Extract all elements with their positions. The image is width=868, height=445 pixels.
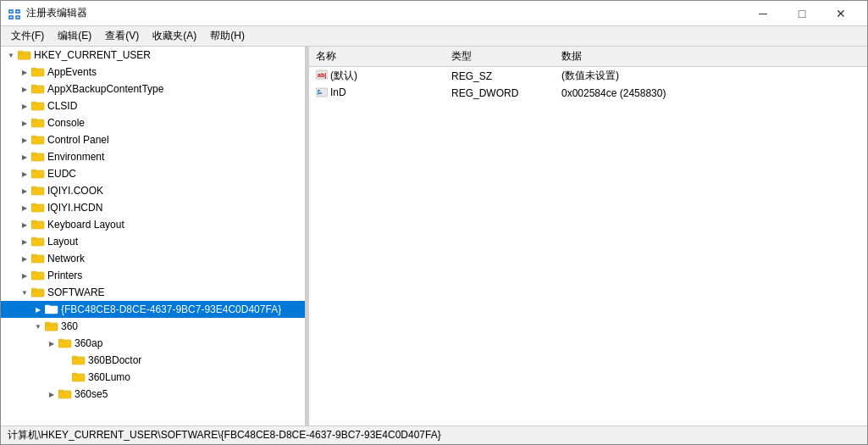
svg-rect-4	[10, 11, 12, 12]
svg-rect-43	[45, 322, 50, 325]
svg-rect-46	[58, 339, 64, 342]
folder-icon-360ap	[58, 337, 72, 349]
col-header-name[interactable]: 名称	[309, 47, 445, 67]
tree-item-environment[interactable]: ▶ Environment	[1, 148, 305, 165]
tree-item-fbc48ce8[interactable]: ▶ {FBC48CE8-D8CE-4637-9BC7-93E4C0D407FA}	[1, 301, 305, 318]
tree-label-console: Console	[47, 117, 85, 129]
expand-icon-clsid[interactable]: ▶	[18, 99, 31, 113]
tree-label-environment: Environment	[47, 151, 104, 163]
folder-icon-360lumo	[72, 371, 86, 383]
svg-rect-7	[17, 17, 19, 18]
folder-icon-controlpanel	[31, 134, 45, 146]
detail-row-1[interactable]: InDREG_DWORD0x002584ce (2458830)	[309, 85, 867, 102]
expand-icon-printers[interactable]: ▶	[18, 269, 31, 282]
tree-item-eudc[interactable]: ▶ EUDC	[1, 165, 305, 182]
value-type-icon-0: ab|	[316, 70, 328, 82]
tree-label-appxbackup: AppXBackupContentType	[47, 83, 163, 95]
detail-name-text-1: InD	[330, 86, 346, 98]
tree-item-360lumo[interactable]: 360Lumo	[1, 369, 305, 386]
tree-item-360se5[interactable]: ▶ 360se5	[1, 386, 305, 403]
svg-rect-34	[31, 254, 36, 257]
tree-label-appevents: AppEvents	[47, 66, 97, 78]
expand-icon-360ap[interactable]: ▶	[45, 337, 58, 350]
folder-icon-eudc	[31, 168, 45, 180]
status-text: 计算机\HKEY_CURRENT_USER\SOFTWARE\{FBC48CE8…	[8, 428, 441, 442]
expand-icon-iqiyihcdn[interactable]: ▶	[18, 201, 31, 214]
expand-icon-keyboardlayout[interactable]: ▶	[18, 218, 31, 231]
folder-icon-360se5	[58, 388, 72, 400]
minimize-button[interactable]: ─	[744, 1, 782, 26]
expand-icon-layout[interactable]: ▶	[18, 235, 31, 248]
main-area: ▼ HKEY_CURRENT_USER▶ AppEvents▶ AppXBack…	[1, 47, 867, 426]
tree-item-layout[interactable]: ▶ Layout	[1, 233, 305, 250]
folder-icon-keyboardlayout	[31, 219, 45, 231]
tree-item-iqiyicook[interactable]: ▶ IQIYI.COOK	[1, 182, 305, 199]
tree-label-360: 360	[61, 320, 78, 332]
col-header-data[interactable]: 数据	[555, 47, 867, 67]
expand-icon-software[interactable]: ▼	[18, 286, 31, 299]
expand-icon-hkcu[interactable]: ▼	[4, 48, 18, 62]
svg-rect-16	[31, 102, 36, 104]
detail-name-0: ab| (默认)	[309, 67, 445, 86]
expand-icon-controlpanel[interactable]: ▶	[18, 133, 31, 147]
menu-item-f[interactable]: 文件(F)	[4, 27, 51, 45]
title-bar-buttons: ─ □ ✕	[744, 1, 860, 26]
app-icon	[8, 7, 21, 20]
folder-icon-console	[31, 117, 45, 129]
tree-item-console[interactable]: ▶ Console	[1, 114, 305, 131]
svg-marker-44	[45, 325, 58, 331]
col-header-type[interactable]: 类型	[445, 47, 555, 67]
tree-item-iqiyihcdn[interactable]: ▶ IQIYI.HCDN	[1, 199, 305, 216]
tree-item-clsid[interactable]: ▶ CLSID	[1, 97, 305, 114]
expand-icon-360se5[interactable]: ▶	[45, 387, 58, 401]
detail-row-0[interactable]: ab| (默认)REG_SZ(数值未设置)	[309, 67, 867, 86]
detail-data-0: (数值未设置)	[555, 67, 867, 86]
value-type-icon-1	[316, 87, 328, 100]
menu-item-h[interactable]: 帮助(H)	[203, 27, 252, 45]
svg-marker-39	[31, 292, 44, 297]
tree-item-appxbackup[interactable]: ▶ AppXBackupContentType	[1, 81, 305, 97]
expand-icon-iqiyicook[interactable]: ▶	[18, 184, 31, 197]
tree-item-360[interactable]: ▼ 360	[1, 318, 305, 335]
expand-icon-environment[interactable]: ▶	[18, 150, 31, 164]
tree-item-network[interactable]: ▶ Network	[1, 250, 305, 267]
svg-rect-30	[31, 220, 36, 223]
menu-item-e[interactable]: 编辑(E)	[51, 27, 98, 45]
expand-icon-fbc48ce8[interactable]: ▶	[31, 303, 45, 316]
tree-item-software[interactable]: ▼ SOFTWARE	[1, 284, 305, 301]
folder-icon-layout	[31, 236, 45, 248]
tree-label-keyboardlayout: Keyboard Layout	[47, 219, 124, 231]
tree-label-360ap: 360ap	[75, 337, 102, 349]
details-pane: 名称 类型 数据 ab| (默认)REG_SZ(数值未设置) InDREG_DW…	[309, 47, 867, 426]
tree-item-hkcu[interactable]: ▼ HKEY_CURRENT_USER	[1, 47, 305, 64]
svg-rect-50	[72, 373, 77, 375]
maximize-button[interactable]: □	[782, 1, 821, 26]
folder-icon-hkcu	[18, 49, 31, 61]
close-button[interactable]: ✕	[821, 1, 860, 26]
menu-item-a[interactable]: 收藏夹(A)	[146, 27, 203, 45]
tree-item-keyboardlayout[interactable]: ▶ Keyboard Layout	[1, 216, 305, 233]
svg-rect-22	[31, 153, 36, 155]
tree-pane[interactable]: ▼ HKEY_CURRENT_USER▶ AppEvents▶ AppXBack…	[1, 47, 306, 426]
tree-item-controlpanel[interactable]: ▶ Control Panel	[1, 131, 305, 148]
tree-item-360ap[interactable]: ▶ 360ap	[1, 335, 305, 352]
expand-icon-appevents[interactable]: ▶	[18, 65, 31, 79]
expand-icon-eudc[interactable]: ▶	[18, 167, 31, 181]
tree-item-printers[interactable]: ▶ Printers	[1, 267, 305, 284]
tree-label-360bdoctor: 360BDoctor	[88, 354, 141, 366]
svg-rect-14	[31, 85, 36, 87]
tree-label-clsid: CLSID	[47, 100, 77, 112]
tree-item-360bdoctor[interactable]: 360BDoctor	[1, 352, 305, 369]
tree-item-appevents[interactable]: ▶ AppEvents	[1, 64, 305, 81]
svg-rect-5	[17, 11, 19, 12]
expand-icon-appxbackup[interactable]: ▶	[18, 82, 31, 96]
tree-label-hkcu: HKEY_CURRENT_USER	[34, 49, 151, 61]
expand-icon-360[interactable]: ▼	[31, 320, 45, 333]
expand-icon-console[interactable]: ▶	[18, 116, 31, 130]
expand-icon-network[interactable]: ▶	[18, 252, 31, 265]
svg-rect-24	[31, 170, 36, 172]
svg-text:ab|: ab|	[318, 72, 326, 79]
svg-rect-18	[31, 119, 36, 121]
menu-item-v[interactable]: 查看(V)	[98, 27, 146, 45]
folder-icon-clsid	[31, 100, 45, 112]
